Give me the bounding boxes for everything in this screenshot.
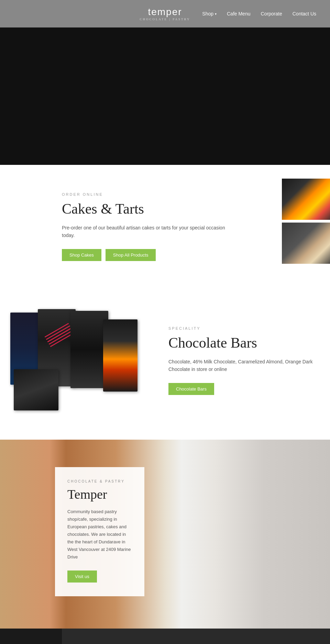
shop-cakes-button[interactable]: Shop Cakes	[62, 249, 101, 261]
cakes-images	[282, 179, 330, 264]
footer-dark-bar	[0, 629, 62, 644]
nav-shop[interactable]: Shop ▾	[202, 11, 217, 16]
cakes-description: Pre-order one of our beautiful artisan c…	[62, 224, 227, 239]
cakes-content: ORDER ONLINE Cakes & Tarts Pre-order one…	[62, 192, 227, 261]
choc-content: SPECIALITY Chocolate Bars Chocolate, 46%…	[148, 326, 330, 395]
nav-corporate[interactable]: Corporate	[261, 11, 282, 16]
logo-subtitle: CHOCOLATE | PASTRY	[140, 18, 190, 21]
cake-image-2	[282, 223, 330, 264]
choc-images	[10, 309, 148, 412]
choc-description: Chocolate, 46% Milk Chocolate, Carameliz…	[168, 358, 330, 373]
chevron-down-icon: ▾	[215, 12, 217, 16]
cakes-title: Cakes & Tarts	[62, 201, 227, 217]
choc-label: SPECIALITY	[168, 326, 330, 330]
about-card: CHOCOLATE & PASTRY Temper Community base…	[55, 467, 144, 597]
about-label: CHOCOLATE & PASTRY	[67, 479, 132, 483]
site-header: temper CHOCOLATE | PASTRY Shop ▾ Cafe Me…	[0, 0, 330, 27]
choc-bar-image-3	[70, 311, 108, 388]
cakes-buttons: Shop Cakes Shop All Products	[62, 249, 227, 261]
about-background	[0, 440, 330, 629]
main-nav: Shop ▾ Cafe Menu Corporate Contact Us	[202, 11, 316, 16]
nav-contact[interactable]: Contact Us	[293, 11, 316, 16]
visit-us-button[interactable]: Visit us	[67, 570, 97, 583]
shop-choc-button[interactable]: Chocolate Bars	[168, 383, 214, 395]
logo[interactable]: temper CHOCOLATE | PASTRY	[140, 7, 190, 21]
choc-buttons: Chocolate Bars	[168, 383, 330, 395]
about-section: CHOCOLATE & PASTRY Temper Community base…	[0, 440, 330, 629]
choc-bar-image-5	[14, 369, 58, 410]
about-title: Temper	[67, 487, 132, 502]
hero-section	[0, 27, 330, 165]
footer-preview	[0, 629, 330, 644]
cakes-label: ORDER ONLINE	[62, 192, 227, 196]
chocolate-bars-section: SPECIALITY Chocolate Bars Chocolate, 46%…	[0, 289, 330, 440]
cake-image-1	[282, 179, 330, 220]
cakes-section: ORDER ONLINE Cakes & Tarts Pre-order one…	[0, 165, 330, 289]
about-description: Community based pastry shop/cafe, specia…	[67, 508, 132, 561]
logo-name: temper	[148, 7, 182, 18]
choc-bar-image-4	[103, 319, 138, 392]
choc-title: Chocolate Bars	[168, 335, 330, 351]
nav-cafe[interactable]: Cafe Menu	[227, 11, 250, 16]
shop-all-products-button[interactable]: Shop All Products	[106, 249, 156, 261]
